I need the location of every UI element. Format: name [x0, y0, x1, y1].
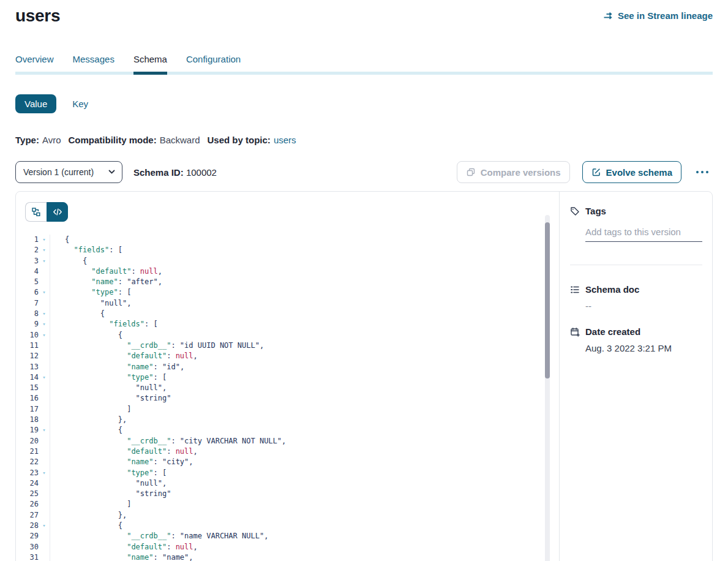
fold-spacer [39, 393, 50, 404]
fold-toggle-icon[interactable]: ▾ [39, 287, 50, 298]
code-line: 1▾{ [16, 235, 559, 245]
fold-spacer [39, 446, 50, 457]
fold-toggle-icon[interactable]: ▾ [39, 235, 50, 245]
tab-underline [15, 72, 713, 75]
line-number: 8 [16, 309, 39, 319]
code-content: "__crdb__": "city VARCHAR NOT NULL", [50, 436, 559, 446]
code-line: 10▾ { [16, 330, 559, 341]
line-number: 5 [16, 277, 39, 287]
more-options-button[interactable] [692, 168, 713, 176]
fold-spacer [39, 266, 50, 277]
code-line: 2▾ "fields": [ [16, 245, 559, 255]
tree-view-button[interactable] [25, 202, 47, 222]
line-number: 4 [16, 266, 39, 277]
tags-title: Tags [585, 206, 606, 216]
fold-spacer [39, 436, 50, 446]
line-number: 30 [16, 542, 39, 552]
line-number: 9 [16, 319, 39, 329]
line-number: 24 [16, 478, 39, 489]
code-content: "default": null, [50, 446, 559, 457]
code-content: "fields": [ [50, 245, 559, 255]
code-content: "null", [50, 478, 559, 489]
code-editor[interactable]: 1▾{2▾ "fields": [3▾ {4 "default": null,5… [16, 235, 559, 561]
list-icon [570, 285, 580, 295]
editor-scrollbar-thumb[interactable] [545, 222, 550, 378]
line-number: 16 [16, 393, 39, 404]
fold-toggle-icon[interactable]: ▾ [39, 468, 50, 478]
code-content: "string" [50, 393, 559, 404]
page-header: users See in Stream lineage [15, 0, 713, 26]
type-value: Avro [42, 135, 61, 145]
code-content: { [50, 309, 559, 319]
tab-bar: Overview Messages Schema Configuration [15, 54, 713, 75]
code-content: "__crdb__": "name VARCHAR NULL", [50, 531, 559, 541]
fold-spacer [39, 351, 50, 361]
code-line: 24 "null", [16, 478, 559, 489]
page-title: users [15, 6, 60, 26]
line-number: 21 [16, 446, 39, 457]
fold-toggle-icon[interactable]: ▾ [39, 425, 50, 435]
fold-toggle-icon[interactable]: ▾ [39, 256, 50, 266]
code-content: }, [50, 415, 559, 425]
version-select[interactable]: Version 1 (current) [15, 161, 122, 183]
code-line: 16 "string" [16, 393, 559, 404]
code-content: "__crdb__": "id UUID NOT NULL", [50, 341, 559, 351]
schema-id-value: 100002 [186, 167, 217, 178]
schema-toolbar: Version 1 (current) Schema ID: 100002 [15, 161, 713, 183]
code-line: 4 "default": null, [16, 266, 559, 277]
add-tags-input[interactable] [585, 224, 702, 242]
code-content: { [50, 235, 559, 245]
line-number: 15 [16, 383, 39, 393]
stream-lineage-icon [603, 11, 614, 21]
code-line: 9▾ "fields": [ [16, 319, 559, 329]
stream-lineage-link[interactable]: See in Stream lineage [603, 10, 713, 21]
code-line: 26 ] [16, 499, 559, 510]
key-toggle-button[interactable]: Key [72, 99, 88, 109]
code-content: { [50, 330, 559, 341]
tree-view-icon [31, 207, 41, 217]
fold-toggle-icon[interactable]: ▾ [39, 245, 50, 255]
stream-lineage-label: See in Stream lineage [618, 10, 713, 21]
compare-versions-label: Compare versions [481, 167, 561, 178]
tab-schema[interactable]: Schema [133, 54, 167, 75]
fold-toggle-icon[interactable]: ▾ [39, 521, 50, 531]
code-content: ] [50, 499, 559, 510]
code-line: 19▾ { [16, 425, 559, 435]
code-view-button[interactable] [47, 202, 68, 222]
fold-toggle-icon[interactable]: ▾ [39, 372, 50, 383]
fold-toggle-icon[interactable]: ▾ [39, 309, 50, 319]
code-content: "default": null, [50, 351, 559, 361]
schema-doc-section: Schema doc -- [570, 284, 702, 311]
code-line: 30 "default": null, [16, 542, 559, 552]
code-line: 29 "__crdb__": "name VARCHAR NULL", [16, 531, 559, 541]
editor-scrollbar-track[interactable] [545, 215, 550, 561]
fold-spacer [39, 510, 50, 521]
evolve-schema-button[interactable]: Evolve schema [582, 161, 681, 183]
compare-versions-button[interactable]: Compare versions [457, 161, 570, 183]
code-content: "default": null, [50, 542, 559, 552]
edit-schema-icon [591, 167, 601, 177]
fold-spacer [39, 499, 50, 510]
schema-id-label: Schema ID: [133, 167, 184, 178]
fold-spacer [39, 341, 50, 351]
line-number: 1 [16, 235, 39, 245]
fold-toggle-icon[interactable]: ▾ [39, 319, 50, 329]
line-number: 26 [16, 499, 39, 510]
fold-toggle-icon[interactable]: ▾ [39, 330, 50, 341]
code-line: 18 }, [16, 415, 559, 425]
line-number: 29 [16, 531, 39, 541]
type-label: Type: [15, 135, 39, 145]
code-line: 14▾ "type": [ [16, 372, 559, 383]
topic-link[interactable]: users [274, 135, 296, 145]
code-content: "type": [ [50, 468, 559, 478]
line-number: 13 [16, 362, 39, 372]
line-number: 23 [16, 468, 39, 478]
value-toggle-button[interactable]: Value [15, 94, 56, 113]
line-number: 25 [16, 489, 39, 499]
code-content: "name": "id", [50, 362, 559, 372]
line-number: 19 [16, 425, 39, 435]
fold-spacer [39, 542, 50, 552]
code-line: 13 "name": "id", [16, 362, 559, 372]
line-number: 27 [16, 510, 39, 521]
fold-spacer [39, 457, 50, 467]
